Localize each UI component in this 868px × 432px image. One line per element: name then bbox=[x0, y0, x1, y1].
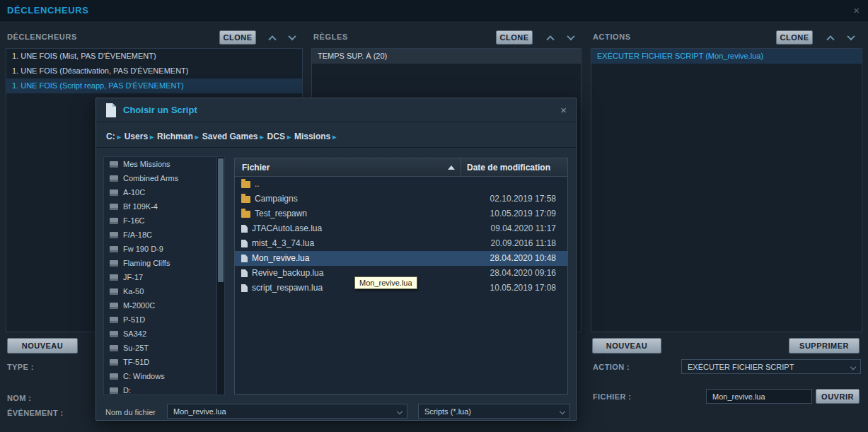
dialog-titlebar: Choisir un Script × bbox=[96, 98, 576, 122]
file-table-row[interactable]: Mon_revive.lua 28.04.2020 10:48 bbox=[235, 251, 567, 266]
window-close-icon[interactable]: × bbox=[853, 4, 860, 16]
triggers-panel-header: DÉCLENCHEURS bbox=[7, 33, 77, 41]
dialog-close-icon[interactable]: × bbox=[560, 104, 567, 116]
file-table-row[interactable]: Test_respawn 10.05.2019 17:09 bbox=[235, 206, 567, 221]
file-date: 28.04.2020 09:16 bbox=[461, 266, 567, 281]
drive-icon bbox=[110, 373, 118, 380]
drive-icon bbox=[110, 204, 118, 210]
triggers-editor-window: DÉCLENCHEURS × DÉCLENCHEURS CLONE 1. UNE… bbox=[0, 0, 868, 432]
actions-move-down-button[interactable] bbox=[843, 30, 859, 45]
filename-dropdown[interactable]: Mon_revive.lua bbox=[167, 404, 407, 419]
file-name: Mon_revive.lua bbox=[252, 251, 309, 266]
actions-new-button[interactable]: NOUVEAU bbox=[592, 338, 661, 354]
chevron-down-icon bbox=[567, 33, 574, 40]
drive-icon bbox=[110, 331, 118, 337]
column-header-file[interactable]: Fichier bbox=[235, 158, 461, 176]
rules-panel-header: RÈGLES bbox=[313, 33, 348, 41]
sidebar-folder-item[interactable]: Flaming Cliffs bbox=[104, 256, 224, 270]
sidebar-folder-item[interactable]: Bf 109K-4 bbox=[104, 199, 224, 214]
breadcrumb-item[interactable]: Missions ▸ bbox=[294, 132, 340, 141]
breadcrumb-separator-icon: ▸ bbox=[150, 133, 154, 141]
filename-tooltip: Mon_revive.lua bbox=[354, 276, 417, 289]
drive-icon bbox=[110, 303, 118, 309]
trigger-list-item[interactable]: 1. UNE FOIS (Script reapp, PAS D'ÉVENEME… bbox=[6, 78, 302, 93]
breadcrumb-item[interactable]: Saved Games ▸ bbox=[202, 132, 267, 141]
actions-panel-header: ACTIONS bbox=[593, 33, 631, 41]
file-table-row[interactable]: mist_4_3_74.lua 20.09.2016 11:18 bbox=[235, 236, 567, 251]
file-input-value: Mon_revive.lua bbox=[712, 392, 765, 401]
drive-icon bbox=[110, 359, 118, 366]
file-type-icon bbox=[241, 196, 250, 203]
chevron-down-icon bbox=[397, 409, 403, 414]
open-button[interactable]: OUVRIR bbox=[816, 389, 860, 404]
drive-icon bbox=[110, 246, 118, 252]
breadcrumb-item[interactable]: Richman ▸ bbox=[157, 132, 202, 141]
breadcrumb-separator-icon: ▸ bbox=[260, 133, 264, 141]
drive-icon bbox=[110, 274, 118, 281]
breadcrumb-separator-icon: ▸ bbox=[195, 133, 199, 141]
breadcrumb-item[interactable]: Users ▸ bbox=[125, 132, 157, 141]
filename-label: Nom du fichier bbox=[105, 408, 156, 416]
file-type-icon bbox=[241, 225, 248, 233]
sidebar-folder-item[interactable]: Combined Arms bbox=[104, 171, 224, 185]
chevron-down-icon bbox=[850, 364, 856, 370]
action-list-item[interactable]: EXÉCUTER FICHIER SCRIPT (Mon_revive.lua) bbox=[591, 49, 862, 64]
actions-move-up-button[interactable] bbox=[822, 30, 838, 45]
triggers-move-down-button[interactable] bbox=[284, 30, 300, 45]
rules-clone-button[interactable]: CLONE bbox=[496, 30, 533, 45]
file-name: mist_4_3_74.lua bbox=[252, 236, 314, 251]
choose-script-dialog: Choisir un Script × C: ▸ Users ▸ Richman… bbox=[96, 98, 577, 421]
sidebar-folder-item[interactable]: C: Windows bbox=[104, 369, 224, 383]
triggers-new-button[interactable]: NOUVEAU bbox=[7, 338, 78, 354]
sidebar-folder-item[interactable]: F/A-18C bbox=[104, 228, 224, 242]
sidebar-folder-item[interactable]: Mes Missions bbox=[104, 157, 224, 171]
sidebar-folder-item[interactable]: SA342 bbox=[104, 327, 224, 341]
trigger-list-item[interactable]: 1. UNE FOIS (Mist, PAS D'ÉVENEMENT) bbox=[6, 49, 302, 64]
actions-clone-button[interactable]: CLONE bbox=[776, 30, 813, 45]
sidebar-folder-item[interactable]: F-16C bbox=[104, 214, 224, 228]
file-date: 09.04.2020 11:17 bbox=[461, 221, 567, 236]
file-type-icon bbox=[241, 181, 250, 188]
sidebar-scrollbar[interactable] bbox=[216, 157, 224, 395]
file-table-row[interactable]: Campaigns 02.10.2019 17:58 bbox=[235, 192, 567, 206]
file-table-row[interactable]: .. bbox=[235, 177, 567, 192]
triggers-move-up-button[interactable] bbox=[264, 30, 280, 45]
sort-ascending-icon bbox=[448, 165, 455, 170]
action-type-dropdown[interactable]: EXÉCUTER FICHIER SCRIPT bbox=[681, 359, 861, 374]
file-date: 10.05.2019 17:09 bbox=[461, 206, 567, 221]
dialog-sidebar-list: Mes Missions Combined Arms A-10C Bf 109K… bbox=[104, 157, 224, 395]
sidebar-folder-item[interactable]: Fw 190 D-9 bbox=[104, 242, 224, 256]
file-name: script_respawn.lua bbox=[252, 281, 323, 296]
drive-icon bbox=[110, 260, 118, 267]
filetype-dropdown[interactable]: Scripts (*.lua) bbox=[418, 404, 570, 419]
file-type-icon bbox=[241, 211, 250, 218]
breadcrumb-item[interactable]: C: ▸ bbox=[106, 132, 125, 141]
file-input[interactable]: Mon_revive.lua bbox=[706, 389, 812, 404]
rules-move-down-button[interactable] bbox=[562, 30, 579, 45]
file-name: JTACAutoLase.lua bbox=[252, 221, 322, 236]
sidebar-folder-item[interactable]: TF-51D bbox=[104, 355, 224, 369]
breadcrumb-separator-icon: ▸ bbox=[287, 133, 291, 141]
drive-icon bbox=[110, 218, 118, 224]
sidebar-folder-item[interactable]: Ka-50 bbox=[104, 284, 224, 298]
sidebar-scrollbar-thumb[interactable] bbox=[218, 158, 224, 282]
sidebar-folder-item[interactable]: Su-25T bbox=[104, 341, 224, 355]
rules-move-up-button[interactable] bbox=[542, 30, 558, 45]
breadcrumb-item[interactable]: DCS ▸ bbox=[267, 132, 294, 141]
sidebar-folder-item[interactable]: A-10C bbox=[104, 185, 224, 199]
triggers-clone-button[interactable]: CLONE bbox=[219, 30, 256, 45]
file-table-row[interactable]: JTACAutoLase.lua 09.04.2020 11:17 bbox=[235, 221, 567, 236]
sidebar-folder-item[interactable]: P-51D bbox=[104, 313, 224, 327]
action-label: ACTION : bbox=[593, 363, 630, 371]
sidebar-folder-item[interactable]: M-2000C bbox=[104, 298, 224, 313]
file-name: .. bbox=[255, 177, 260, 192]
action-type-value: EXÉCUTER FICHIER SCRIPT bbox=[688, 363, 794, 371]
sidebar-folder-item[interactable]: JF-17 bbox=[104, 270, 224, 284]
trigger-list-item[interactable]: 1. UNE FOIS (Désactivation, PAS D'ÉVENEM… bbox=[6, 64, 302, 78]
rule-list-item[interactable]: TEMPS SUP. À (20) bbox=[312, 49, 581, 64]
chevron-down-icon bbox=[288, 33, 296, 40]
drive-icon bbox=[110, 387, 118, 394]
sidebar-folder-item[interactable]: D: bbox=[104, 383, 224, 395]
column-header-date[interactable]: Date de modification bbox=[461, 158, 567, 176]
actions-delete-button[interactable]: SUPPRIMER bbox=[789, 338, 860, 354]
